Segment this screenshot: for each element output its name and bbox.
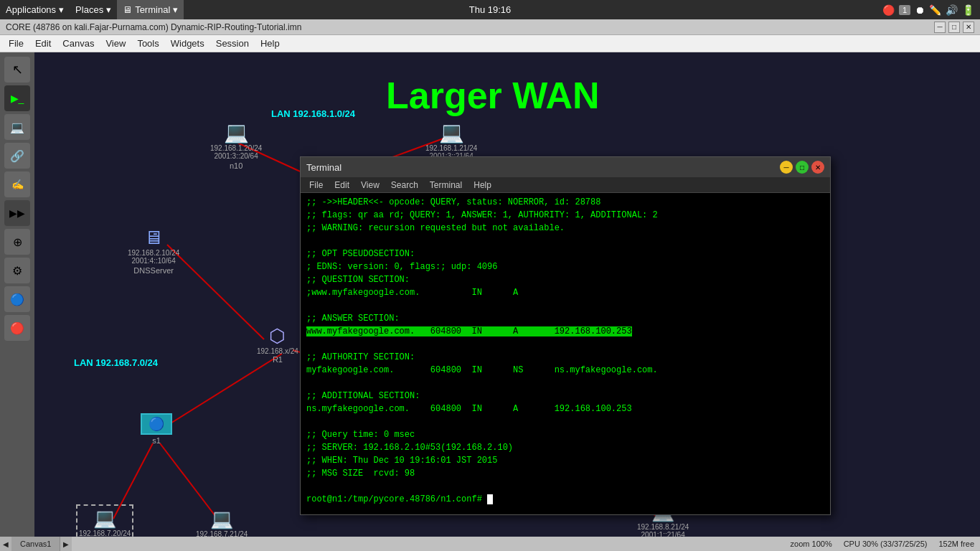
node-n10[interactable]: 💻 192.168.1.20/242001:3::20/64 n10 — [210, 121, 262, 170]
node-s1[interactable]: 🔵 s1 — [141, 413, 172, 445]
term-line-20: ;; WHEN: Thu Dec 10 19:16:01 JST 2015 — [306, 454, 824, 467]
terminal-close-btn[interactable]: ✕ — [811, 161, 824, 174]
menu-file[interactable]: File — [3, 37, 29, 50]
window-title: CORE (48786 on kali.Fajar-Purnama.com) D… — [6, 22, 301, 32]
terminal-output[interactable]: ;; ->>HEADER<<- opcode: QUERY, status: N… — [301, 193, 830, 514]
network-icon: 🔴 — [882, 4, 895, 16]
term-prompt: root@n1:/tmp/pycore.48786/n1.conf# — [306, 493, 824, 506]
term-line-8: ;www.myfakegoogle.com. IN A — [306, 286, 824, 299]
term-line-9 — [306, 299, 824, 312]
volume-icon: 🔊 — [946, 4, 958, 16]
terminal-maximize-btn[interactable]: □ — [796, 161, 809, 174]
node-n1-selected[interactable]: 💻 192.168.7.20/242001:0::20/64 n1 — [76, 504, 133, 537]
term-line-10: ;; ANSWER SECTION: — [306, 312, 824, 325]
term-line-4 — [306, 235, 824, 248]
record-icon: ⏺ — [915, 4, 925, 16]
term-menu-view[interactable]: View — [355, 179, 385, 192]
terminal-taskbar-arrow: ▾ — [173, 4, 178, 15]
term-line-1: ;; ->>HEADER<<- opcode: QUERY, status: N… — [306, 196, 824, 209]
canvas-tab-label: Canvas1 — [20, 540, 51, 548]
terminal-taskbar-btn[interactable]: 🖥 Terminal ▾ — [117, 0, 184, 19]
terminal-minimize-btn[interactable]: ─ — [780, 161, 793, 174]
term-line-15: ;; ADDITIONAL SECTION: — [306, 390, 824, 402]
lan7-label: LAN 192.168.7.0/24 — [74, 357, 158, 368]
term-menu-search[interactable]: Search — [385, 179, 424, 192]
dock-network-tool[interactable]: 🔗 — [4, 143, 30, 169]
status-bar: ◀ Canvas1 ▶ zoom 100% CPU 30% (33/37/25/… — [0, 537, 980, 551]
term-line-12: ;; AUTHORITY SECTION: — [306, 351, 824, 364]
places-menu[interactable]: Places ▾ — [70, 0, 117, 19]
canvas-scroll-right[interactable]: ▶ — [60, 537, 72, 551]
menu-session[interactable]: Session — [210, 37, 255, 50]
dock-terminal-tool[interactable]: ▶_ — [4, 85, 30, 111]
term-line-18: ;; Query time: 0 msec — [306, 428, 824, 441]
dock-cursor-tool[interactable]: ↖ — [4, 57, 30, 83]
workspace-indicator[interactable]: 1 — [899, 5, 910, 15]
svg-line-3 — [167, 245, 264, 339]
terminal-window-titlebar: Terminal ─ □ ✕ — [301, 157, 830, 177]
canvas-area[interactable]: Larger WAN LAN 192.168.1.0/24 LAN 192 — [34, 52, 980, 537]
places-label: Places — [75, 4, 103, 15]
dock-node-tool[interactable]: 💻 — [4, 114, 30, 140]
terminal-window-title: Terminal — [306, 162, 341, 173]
term-line-5: ;; OPT PSEUDOSECTION: — [306, 248, 824, 260]
dock-zoom-out[interactable]: 🔴 — [4, 315, 30, 341]
menu-tools[interactable]: Tools — [131, 37, 164, 50]
term-line-13: myfakegoogle.com. 604800 IN NS ns.myfake… — [306, 364, 824, 377]
dock-zoom-in[interactable]: 🔵 — [4, 286, 30, 312]
term-menu-file[interactable]: File — [303, 179, 329, 192]
node-dns[interactable]: 🖥 192.168.2.10/242001:4::10/64 DNSServer — [128, 227, 179, 275]
term-line-22 — [306, 480, 824, 493]
menu-widgets[interactable]: Widgets — [165, 37, 210, 50]
node-r1[interactable]: ⬡ 192.168.x/24 R1 — [257, 325, 298, 364]
system-bar: Applications ▾ Places ▾ 🖥 Terminal ▾ Thu… — [0, 0, 980, 19]
window-minimize[interactable]: ─ — [934, 22, 946, 33]
menu-help[interactable]: Help — [255, 37, 286, 50]
dock-run-tool[interactable]: ▶▶ — [4, 200, 30, 226]
term-line-21: ;; MSG SIZE rcvd: 98 — [306, 467, 824, 480]
applications-arrow: ▾ — [59, 4, 64, 15]
term-menu-help[interactable]: Help — [468, 179, 497, 192]
svg-line-4 — [167, 354, 282, 425]
term-menu-edit[interactable]: Edit — [329, 179, 355, 192]
zoom-level: zoom 100% — [791, 540, 832, 548]
term-line-highlight: www.myfakegoogle.com. 604800 IN A 192.16… — [306, 325, 824, 338]
window-maximize[interactable]: □ — [948, 22, 960, 33]
term-menu-terminal[interactable]: Terminal — [424, 179, 468, 192]
term-line-6: ; EDNS: version: 0, flags:; udp: 4096 — [306, 260, 824, 273]
term-line-11 — [306, 338, 824, 351]
terminal-taskbar-icon: 🖥 — [123, 4, 132, 15]
term-cursor — [487, 494, 493, 504]
dock-config-tool[interactable]: ⚙ — [4, 258, 30, 283]
menu-edit[interactable]: Edit — [29, 37, 57, 50]
terminal-taskbar-label: Terminal — [135, 4, 170, 15]
canvas-tab[interactable]: Canvas1 — [11, 537, 60, 551]
applications-menu[interactable]: Applications ▾ — [0, 0, 70, 19]
terminal-window: Terminal ─ □ ✕ File Edit View Search Ter… — [300, 156, 831, 515]
canvas-scroll-left[interactable]: ◀ — [0, 537, 11, 551]
menu-canvas[interactable]: Canvas — [57, 37, 100, 50]
pen-icon: ✏️ — [929, 4, 941, 16]
lan1-label: LAN 192.168.1.0/24 — [271, 108, 355, 119]
term-line-17 — [306, 415, 824, 428]
window-close[interactable]: ✕ — [963, 22, 974, 33]
menu-view[interactable]: View — [100, 37, 131, 50]
app-menubar: File Edit Canvas View Tools Widgets Sess… — [0, 35, 980, 52]
node-n2[interactable]: 💻 192.168.7.21/242001:0::21/64 n2 — [196, 508, 248, 537]
dock-stop-tool[interactable]: ⊕ — [4, 229, 30, 255]
left-dock: ↖ ▶_ 💻 🔗 ✍ ▶▶ ⊕ ⚙ 🔵 🔴 — [0, 52, 34, 537]
term-line-3: ;; WARNING: recursion requested but not … — [306, 222, 824, 235]
window-titlebar: CORE (48786 on kali.Fajar-Purnama.com) D… — [0, 19, 980, 35]
cpu-status: CPU 30% (33/37/25/25) — [844, 540, 928, 548]
memory-status: 152M free — [938, 540, 974, 548]
term-line-16: ns.myfakegoogle.com. 604800 IN A 192.168… — [306, 402, 824, 415]
terminal-menubar: File Edit View Search Terminal Help — [301, 177, 830, 193]
term-line-14 — [306, 377, 824, 390]
larger-wan-label: Larger WAN — [386, 74, 600, 117]
dock-annotate-tool[interactable]: ✍ — [4, 171, 30, 197]
term-line-19: ;; SERVER: 192.168.2.10#53(192.168.2.10) — [306, 441, 824, 454]
applications-label: Applications — [6, 4, 56, 15]
battery-icon: 🔋 — [962, 4, 974, 16]
system-clock: Thu 19:16 — [469, 4, 512, 15]
places-arrow: ▾ — [106, 4, 111, 15]
